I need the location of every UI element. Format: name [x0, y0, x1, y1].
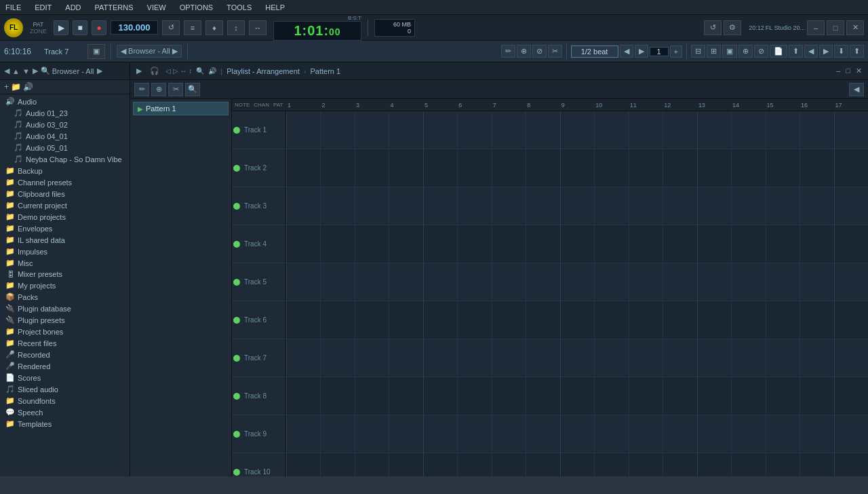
beat-next[interactable]: ▶: [635, 45, 648, 58]
menu-add[interactable]: ADD: [62, 2, 83, 13]
browser-item-scores[interactable]: 📄Scores: [0, 372, 130, 383]
close-icon[interactable]: ✕: [846, 20, 864, 35]
track-grid-9[interactable]: [286, 415, 868, 453]
browser-item-speech[interactable]: 💬Speech: [0, 406, 130, 418]
transport-icon-1[interactable]: ↺: [162, 20, 180, 35]
browser-right-arr[interactable]: ▶: [97, 66, 102, 75]
browser-toggle[interactable]: ◀ Browser - All ▶: [117, 45, 182, 58]
browser-item-impulses[interactable]: 📁Impulses: [0, 246, 130, 257]
browser-item-audio-05_01[interactable]: 🎵Audio 05_01: [0, 142, 130, 153]
settings-icon[interactable]: ⚙: [724, 20, 741, 35]
playlist-right[interactable]: ▶: [819, 45, 833, 58]
menu-file[interactable]: FILE: [3, 2, 24, 13]
maximize-icon[interactable]: □: [827, 20, 844, 35]
browser-item-templates[interactable]: 📁Templates: [0, 418, 130, 430]
browser-item-backup[interactable]: 📁Backup: [0, 165, 130, 176]
browser-item-project-bones[interactable]: 📁Project bones: [0, 326, 130, 337]
track-grid-6[interactable]: [286, 301, 868, 339]
playlist-up[interactable]: ⬆: [789, 45, 803, 58]
browser-back[interactable]: ◀: [4, 66, 9, 75]
browser-item-recent-files[interactable]: 📁Recent files: [0, 337, 130, 349]
menu-patterns[interactable]: PATTERNS: [92, 2, 136, 13]
browser-item-envelopes[interactable]: 📁Envelopes: [0, 223, 130, 234]
transport-icon-4[interactable]: ↕: [227, 20, 245, 35]
browser-item-audio-03_02[interactable]: 🎵Audio 03_02: [0, 119, 130, 130]
browser-item-my-projects[interactable]: 📁My projects: [0, 280, 130, 291]
playlist-left[interactable]: ◀: [804, 45, 818, 58]
browser-item-misc[interactable]: 📁Misc: [0, 257, 130, 269]
menu-view[interactable]: VIEW: [144, 2, 169, 13]
browser-folder[interactable]: 📁: [11, 82, 21, 92]
playlist-snap[interactable]: ⊟: [691, 45, 705, 58]
track-grid-5[interactable]: [286, 263, 868, 301]
browser-forward[interactable]: ▶: [33, 66, 38, 75]
scrollable-tracks[interactable]: Track 1Track 2Track 3Track 4Track 5Track…: [232, 111, 868, 476]
browser-item-rendered[interactable]: 🎤Rendered: [0, 360, 130, 372]
draw-tool[interactable]: ✏: [501, 45, 515, 58]
stop-button[interactable]: ■: [73, 20, 87, 35]
plt-scroll-left[interactable]: ◀: [849, 83, 864, 96]
playlist-export[interactable]: ⬆: [850, 45, 864, 58]
browser-speaker[interactable]: 🔊: [23, 82, 33, 92]
browser-item-demo-projects[interactable]: 📁Demo projects: [0, 211, 130, 223]
track-grid-4[interactable]: [286, 225, 868, 263]
menu-help[interactable]: HELP: [262, 2, 288, 13]
record-button[interactable]: ●: [92, 20, 106, 35]
transport-icon-5[interactable]: ↔: [249, 20, 267, 35]
playlist-file[interactable]: 📄: [770, 45, 787, 58]
browser-item-clipboard-files[interactable]: 📁Clipboard files: [0, 188, 130, 200]
menu-tools[interactable]: TOOLS: [224, 2, 254, 13]
track-grid-10[interactable]: [286, 453, 868, 476]
browser-item-soundfonts[interactable]: 📁Soundfonts: [0, 395, 130, 406]
pattern-item-1[interactable]: ▶ Pattern 1: [133, 102, 229, 115]
cut-tool[interactable]: ✂: [548, 45, 562, 58]
browser-down[interactable]: ▼: [22, 67, 30, 75]
menu-edit[interactable]: EDIT: [32, 2, 54, 13]
playlist-headphone[interactable]: 🎧: [148, 66, 161, 76]
browser-item-plugin-database[interactable]: 🔌Plugin database: [0, 303, 130, 314]
menu-options[interactable]: OPTIONS: [177, 2, 216, 13]
playlist-down[interactable]: ⬇: [834, 45, 848, 58]
browser-item-plugin-presets[interactable]: 🔌Plugin presets: [0, 314, 130, 326]
mixer-icon[interactable]: ▣: [87, 44, 105, 59]
playlist-edit1[interactable]: ⊘: [754, 45, 768, 58]
browser-item-audio[interactable]: 🔊Audio: [0, 96, 130, 107]
browser-item-il-shared-data[interactable]: 📁IL shared data: [0, 234, 130, 246]
playlist-play[interactable]: ▶: [134, 66, 144, 76]
playlist-grid[interactable]: ⊕: [738, 45, 753, 58]
track-grid-3[interactable]: [286, 187, 868, 225]
stamp-tool[interactable]: ⊘: [532, 45, 547, 58]
playlist-min[interactable]: –: [834, 66, 842, 76]
playlist-zoom-in[interactable]: ⊞: [707, 45, 721, 58]
browser-item-sliced-audio[interactable]: 🎵Sliced audio: [0, 383, 130, 395]
browser-item-recorded[interactable]: 🎤Recorded: [0, 349, 130, 360]
browser-item-current-project[interactable]: 📁Current project: [0, 200, 130, 211]
select-tool[interactable]: ⊕: [517, 45, 531, 58]
browser-item-neyba-chap---so-damn-vibe[interactable]: 🎵Neyba Chap - So Damn Vibe: [0, 153, 130, 165]
browser-item-audio-04_01[interactable]: 🎵Audio 04_01: [0, 130, 130, 142]
track-grid-8[interactable]: [286, 377, 868, 415]
browser-item-packs[interactable]: 📦Packs: [0, 291, 130, 303]
plt-select[interactable]: ⊕: [151, 83, 166, 96]
plt-erase[interactable]: ✂: [168, 83, 183, 96]
beat-input[interactable]: [650, 47, 669, 56]
browser-item-channel-presets[interactable]: 📁Channel presets: [0, 176, 130, 188]
beat-plus[interactable]: +: [670, 45, 682, 58]
minimize-icon[interactable]: –: [807, 20, 825, 35]
browser-up[interactable]: ▲: [12, 67, 20, 75]
browser-search[interactable]: 🔍 Browser - All: [41, 66, 94, 75]
browser-add[interactable]: +: [4, 82, 9, 92]
playlist-max[interactable]: □: [844, 66, 852, 76]
beat-select[interactable]: 1/2 beat: [571, 45, 618, 58]
track-grid-1[interactable]: [286, 111, 868, 149]
transport-icon-2[interactable]: ≡: [184, 20, 201, 35]
play-button[interactable]: ▶: [54, 20, 68, 35]
track-grid-7[interactable]: [286, 339, 868, 377]
bpm-display[interactable]: 130.000: [111, 20, 158, 35]
restart-icon[interactable]: ↺: [704, 20, 722, 35]
browser-item-audio-01_23[interactable]: 🎵Audio 01_23: [0, 107, 130, 119]
playlist-zoom-out[interactable]: ▣: [722, 45, 737, 58]
transport-icon-3[interactable]: ♦: [205, 20, 223, 35]
plt-zoom[interactable]: 🔍: [185, 83, 200, 96]
plt-draw[interactable]: ✏: [134, 83, 149, 96]
